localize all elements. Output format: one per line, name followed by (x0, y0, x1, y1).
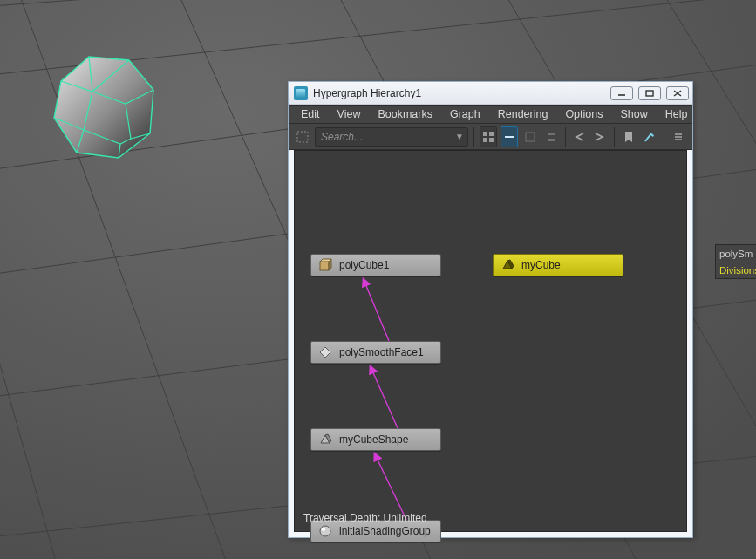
svg-line-32 (371, 369, 398, 428)
selection-mode-icon[interactable] (294, 126, 311, 147)
bookmark-icon[interactable] (620, 126, 637, 147)
menu-view[interactable]: View (330, 106, 368, 122)
options-icon[interactable] (670, 126, 687, 147)
toolbar: ▼ (289, 124, 692, 150)
svg-rect-19 (297, 132, 308, 142)
transform-icon (501, 258, 514, 272)
node-label: initialShadingGroup (339, 525, 431, 537)
output-connections-icon[interactable] (591, 126, 609, 147)
search-field[interactable]: ▼ (315, 127, 468, 147)
input-connections-icon[interactable] (570, 126, 588, 147)
polycube-icon (318, 258, 332, 272)
close-button[interactable] (666, 86, 689, 100)
polysmoothface-icon (318, 345, 332, 359)
svg-rect-20 (483, 132, 487, 136)
svg-rect-16 (646, 91, 653, 96)
svg-point-40 (320, 526, 330, 536)
svg-rect-25 (526, 133, 535, 141)
maximize-button[interactable] (638, 86, 661, 100)
svg-line-33 (376, 456, 406, 520)
mesh-shape-icon (318, 433, 332, 447)
menu-bar: Edit View Bookmarks Graph Rendering Opti… (289, 105, 692, 124)
svg-line-31 (364, 282, 389, 341)
svg-rect-22 (483, 138, 487, 142)
search-input[interactable] (321, 131, 452, 143)
freeform-layout-icon[interactable] (521, 126, 539, 147)
menu-bookmarks[interactable]: Bookmarks (371, 106, 439, 122)
scene-hierarchy-icon[interactable] (480, 126, 497, 147)
node-mycube[interactable]: myCube (493, 254, 623, 276)
menu-edit[interactable]: Edit (294, 106, 327, 122)
menu-options[interactable]: Options (558, 106, 610, 122)
menu-show[interactable]: Show (613, 106, 654, 122)
minimize-button[interactable] (610, 86, 633, 100)
input-output-connections-icon[interactable] (501, 126, 518, 147)
vertical-layout-icon[interactable] (542, 126, 560, 147)
svg-rect-23 (489, 138, 494, 142)
maya-app-icon (294, 86, 308, 100)
svg-point-41 (322, 528, 325, 531)
status-traversal-depth: Traversal Depth: Unlimited (303, 512, 427, 524)
hypergraph-canvas[interactable]: polyCube1 polySmoothFace1 myCubeShape in… (294, 150, 687, 532)
svg-rect-27 (548, 139, 555, 141)
node-label: myCubeShape (339, 433, 408, 446)
svg-rect-21 (489, 132, 494, 136)
node-mycubeshape[interactable]: myCubeShape (310, 428, 441, 451)
svg-rect-26 (548, 133, 555, 135)
attribute-editor-sliver: polySm Divisions (715, 244, 756, 279)
menu-rendering[interactable]: Rendering (491, 106, 555, 122)
svg-marker-36 (329, 259, 331, 270)
hypergraph-window: Hypergraph Hierarchy1 Edit View Bookmark… (288, 81, 693, 538)
node-label: myCube (521, 259, 561, 271)
window-titlebar[interactable]: Hypergraph Hierarchy1 (289, 82, 692, 105)
attr-node-name: polySm (719, 246, 753, 262)
svg-rect-34 (320, 262, 329, 270)
node-label: polySmoothFace1 (339, 346, 424, 358)
menu-graph[interactable]: Graph (443, 106, 487, 122)
svg-marker-37 (320, 347, 330, 358)
node-polysmoothface1[interactable]: polySmoothFace1 (310, 341, 441, 364)
node-label: polyCube1 (339, 259, 389, 271)
shadinggroup-icon (318, 524, 332, 538)
menu-help[interactable]: Help (658, 106, 695, 122)
node-polycube1[interactable]: polyCube1 (310, 254, 441, 276)
window-title: Hypergraph Hierarchy1 (313, 87, 605, 99)
attr-field-divisions: Divisions (719, 262, 753, 279)
clear-graph-icon[interactable] (641, 126, 658, 147)
search-dropdown-icon[interactable]: ▼ (452, 132, 464, 141)
